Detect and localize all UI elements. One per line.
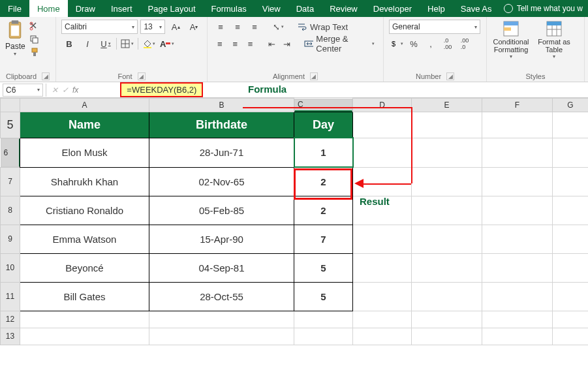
cell[interactable]: [482, 167, 553, 196]
cell-header-day[interactable]: Day: [294, 112, 353, 138]
bold-button[interactable]: B: [61, 37, 77, 51]
cell-day[interactable]: 1: [294, 138, 353, 167]
cell[interactable]: [482, 196, 553, 225]
cell[interactable]: [294, 328, 353, 345]
align-top-button[interactable]: ≡: [213, 20, 228, 34]
col-header-a[interactable]: A: [20, 99, 149, 112]
align-bottom-button[interactable]: ≡: [247, 20, 262, 34]
col-header-c[interactable]: C: [294, 99, 352, 112]
cell[interactable]: [482, 328, 553, 345]
number-dialog-launcher[interactable]: ◢: [446, 72, 454, 80]
tab-page-layout[interactable]: Page Layout: [140, 0, 204, 17]
comma-button[interactable]: ,: [423, 37, 439, 51]
align-middle-button[interactable]: ≡: [230, 20, 245, 34]
tab-insert[interactable]: Insert: [103, 0, 140, 17]
wrap-text-button[interactable]: Wrap Text: [294, 20, 351, 34]
select-all-corner[interactable]: [1, 99, 20, 112]
cell-name[interactable]: Bill Gates: [20, 282, 149, 311]
cell[interactable]: [20, 328, 149, 345]
cell-name[interactable]: Emma Watson: [20, 225, 149, 253]
col-header-b[interactable]: B: [149, 99, 294, 112]
cell[interactable]: [482, 112, 553, 138]
cell-header-birthdate[interactable]: Birthdate: [149, 112, 294, 138]
cell[interactable]: [412, 138, 482, 167]
decrease-decimal-button[interactable]: .00.0: [457, 37, 472, 51]
cell-day[interactable]: 5: [294, 282, 353, 311]
font-dialog-launcher[interactable]: ◢: [138, 72, 146, 80]
alignment-dialog-launcher[interactable]: ◢: [310, 72, 318, 80]
merge-center-button[interactable]: Merge & Center: [301, 37, 378, 51]
cell[interactable]: [482, 225, 553, 253]
cell[interactable]: [553, 253, 589, 282]
cell[interactable]: [412, 112, 482, 138]
cell[interactable]: [482, 311, 553, 328]
cell-birthdate[interactable]: 02-Nov-65: [149, 167, 294, 196]
align-center-button[interactable]: ≡: [228, 37, 241, 51]
cell[interactable]: [412, 282, 482, 311]
cell-name[interactable]: Cristiano Ronaldo: [20, 196, 149, 225]
row-header[interactable]: 8: [1, 196, 20, 225]
cell[interactable]: [553, 225, 589, 253]
cell[interactable]: [353, 225, 412, 253]
cell-name[interactable]: Beyoncé: [20, 253, 149, 282]
cell[interactable]: [482, 138, 553, 167]
cell[interactable]: [353, 112, 412, 138]
col-header-e[interactable]: E: [412, 99, 482, 112]
font-size-select[interactable]: 13▾: [140, 20, 165, 34]
cell-birthdate[interactable]: 15-Apr-90: [149, 225, 294, 253]
cancel-formula-icon[interactable]: ✕: [52, 86, 58, 95]
cell[interactable]: [553, 167, 589, 196]
cell-day[interactable]: 7: [294, 225, 353, 253]
row-header[interactable]: 9: [1, 225, 20, 253]
fx-icon[interactable]: fx: [72, 86, 78, 95]
decrease-indent-button[interactable]: ⇤: [264, 37, 278, 51]
tab-developer[interactable]: Developer: [365, 0, 420, 17]
enter-formula-icon[interactable]: ✓: [62, 86, 69, 95]
cell-birthdate[interactable]: 04-Sep-81: [149, 253, 294, 282]
cell[interactable]: [149, 311, 294, 328]
align-right-button[interactable]: ≡: [243, 37, 257, 51]
tab-home[interactable]: Home: [29, 0, 68, 17]
clipboard-dialog-launcher[interactable]: ◢: [42, 72, 50, 80]
increase-decimal-button[interactable]: .0.00: [440, 37, 456, 51]
tab-review[interactable]: Review: [322, 0, 365, 17]
row-header[interactable]: 5: [1, 112, 20, 138]
tab-view[interactable]: View: [255, 0, 288, 17]
cell[interactable]: [412, 328, 482, 345]
italic-button[interactable]: I: [80, 37, 95, 51]
format-painter-button[interactable]: [28, 47, 41, 57]
cell[interactable]: [412, 196, 482, 225]
row-header[interactable]: 11: [1, 282, 20, 311]
cell[interactable]: [412, 225, 482, 253]
row-header[interactable]: 12: [1, 311, 20, 328]
cell[interactable]: [353, 138, 412, 167]
accounting-format-button[interactable]: $: [389, 37, 405, 51]
cell[interactable]: [482, 253, 553, 282]
percent-button[interactable]: %: [406, 37, 422, 51]
tab-save-as[interactable]: Save As: [453, 0, 500, 17]
grid-table[interactable]: A B C D E F G 5 Name Birthdate Day 6Elon…: [0, 98, 588, 345]
cell-day[interactable]: 2: [294, 167, 353, 196]
col-header-g[interactable]: G: [553, 99, 589, 112]
cell-day[interactable]: 2: [294, 196, 353, 225]
tab-draw[interactable]: Draw: [68, 0, 103, 17]
cell-day[interactable]: 5: [294, 253, 353, 282]
increase-font-button[interactable]: A▴: [168, 20, 183, 34]
decrease-font-button[interactable]: A▾: [186, 20, 202, 34]
number-format-select[interactable]: General▾: [389, 20, 480, 34]
row-header[interactable]: 6: [1, 138, 20, 167]
cell[interactable]: [353, 253, 412, 282]
tab-data[interactable]: Data: [288, 0, 322, 17]
row-header[interactable]: 10: [1, 253, 20, 282]
increase-indent-button[interactable]: ⇥: [280, 37, 294, 51]
cell[interactable]: [553, 328, 589, 345]
cell[interactable]: [553, 311, 589, 328]
cell[interactable]: [553, 138, 589, 167]
cell[interactable]: [412, 311, 482, 328]
cell-birthdate[interactable]: 05-Feb-85: [149, 196, 294, 225]
row-header[interactable]: 7: [1, 167, 20, 196]
cell-birthdate[interactable]: 28-Jun-71: [149, 138, 294, 167]
paste-button[interactable]: Paste ▾: [5, 20, 25, 57]
cell-name[interactable]: Elon Musk: [20, 138, 149, 167]
cell-birthdate[interactable]: 28-Oct-55: [149, 282, 294, 311]
